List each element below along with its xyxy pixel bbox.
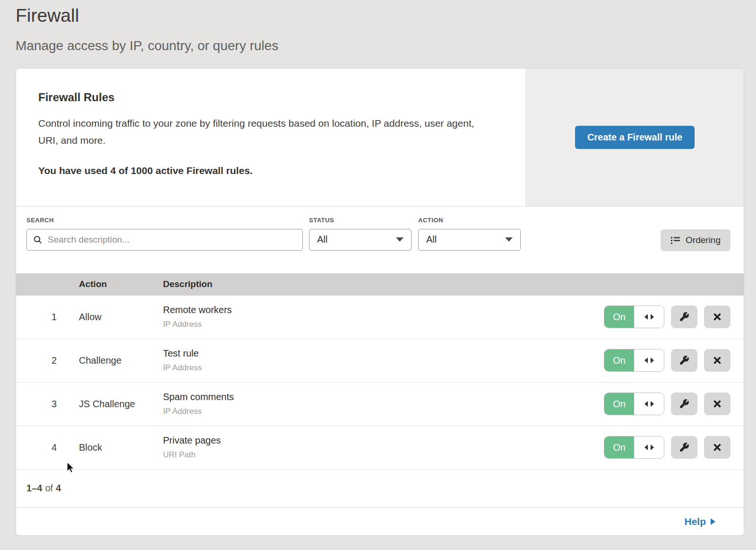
- rule-match-type: IP Address: [163, 320, 604, 329]
- chevron-down-icon: [505, 237, 513, 242]
- action-selected-value: All: [426, 234, 437, 245]
- rule-description: Spam comments: [163, 392, 604, 402]
- search-icon: [33, 235, 43, 244]
- section-description: Control incoming traffic to your zone by…: [38, 115, 487, 149]
- triangle-right-icon: [651, 401, 654, 407]
- rule-action: Challenge: [79, 355, 163, 366]
- status-filter-group: STATUS All: [309, 217, 412, 251]
- wrench-icon: [679, 355, 689, 366]
- table-row: 4 Block Private pages URI Path On: [16, 426, 744, 470]
- close-icon: [713, 443, 722, 452]
- rule-enabled-toggle[interactable]: On: [604, 393, 664, 415]
- search-label: SEARCH: [26, 217, 303, 224]
- search-box[interactable]: [26, 229, 303, 251]
- ordering-button-label: Ordering: [686, 235, 721, 245]
- wrench-icon: [679, 312, 689, 322]
- page-header: Firewall Manage access by IP, country, o…: [0, 0, 756, 53]
- wrench-icon: [679, 442, 689, 453]
- triangle-left-icon: [644, 314, 648, 320]
- action-select[interactable]: All: [418, 229, 521, 251]
- ordered-list-icon: [670, 236, 680, 245]
- edit-rule-button[interactable]: [671, 306, 697, 328]
- rule-priority: 4: [52, 442, 79, 453]
- table-row: 1 Allow Remote workers IP Address On: [16, 296, 744, 339]
- rule-action: Allow: [79, 312, 163, 323]
- rule-action: JS Challenge: [79, 399, 163, 410]
- rule-description: Private pages: [163, 435, 604, 446]
- status-label: STATUS: [309, 217, 412, 224]
- column-action: Action: [79, 279, 163, 289]
- triangle-left-icon: [644, 358, 648, 363]
- status-selected-value: All: [317, 234, 327, 245]
- pagination-total: 4: [56, 483, 61, 494]
- create-rule-panel: Create a Firewall rule: [525, 69, 744, 206]
- toggle-handle[interactable]: [634, 306, 664, 328]
- toggle-on-label: On: [604, 437, 634, 458]
- rule-match-type: IP Address: [163, 363, 604, 373]
- page-subtitle: Manage access by IP, country, or query r…: [16, 38, 756, 53]
- edit-rule-button[interactable]: [671, 349, 697, 372]
- rule-description-cell: Test rule IP Address: [163, 348, 604, 373]
- rule-action: Block: [79, 442, 163, 453]
- table-row: 3 JS Challenge Spam comments IP Address …: [16, 383, 744, 426]
- pagination: 1–4 of 4: [16, 470, 744, 508]
- wrench-icon: [679, 399, 689, 409]
- rule-description-cell: Remote workers IP Address: [163, 305, 604, 329]
- help-link[interactable]: Help: [684, 516, 715, 527]
- rule-controls: On: [604, 393, 730, 415]
- triangle-left-icon: [644, 401, 648, 407]
- pagination-of: of: [45, 483, 53, 494]
- rule-controls: On: [604, 436, 730, 459]
- section-heading: Firewall Rules: [38, 91, 517, 104]
- search-input[interactable]: [47, 234, 296, 245]
- rule-enabled-toggle[interactable]: On: [604, 436, 664, 459]
- edit-rule-button[interactable]: [671, 436, 697, 459]
- rule-priority: 3: [52, 399, 79, 410]
- toggle-on-label: On: [604, 349, 634, 371]
- filters-bar: SEARCH STATUS All ACTION All: [16, 207, 744, 273]
- search-filter-group: SEARCH: [26, 217, 303, 251]
- firewall-rules-card: Firewall Rules Control incoming traffic …: [16, 68, 744, 536]
- rule-description: Test rule: [163, 348, 604, 359]
- close-icon: [713, 399, 722, 409]
- close-icon: [713, 356, 722, 365]
- help-link-label: Help: [684, 516, 706, 527]
- rule-enabled-toggle[interactable]: On: [604, 349, 664, 372]
- rule-match-type: IP Address: [163, 407, 604, 416]
- rule-enabled-toggle[interactable]: On: [604, 306, 664, 328]
- toggle-handle[interactable]: [634, 437, 664, 458]
- rule-match-type: URI Path: [163, 450, 604, 460]
- toggle-on-label: On: [604, 306, 634, 328]
- status-select[interactable]: All: [309, 229, 412, 251]
- rule-controls: On: [604, 306, 730, 328]
- ordering-button[interactable]: Ordering: [661, 229, 730, 251]
- usage-note: You have used 4 of 1000 active Firewall …: [38, 165, 517, 176]
- card-footer: Help: [16, 508, 744, 535]
- rule-priority: 2: [52, 355, 79, 366]
- create-firewall-rule-button[interactable]: Create a Firewall rule: [575, 126, 695, 149]
- toggle-handle[interactable]: [634, 393, 664, 415]
- rule-description-cell: Private pages URI Path: [163, 435, 604, 460]
- action-filter-group: ACTION All: [418, 217, 521, 251]
- delete-rule-button[interactable]: [704, 436, 730, 459]
- triangle-right-icon: [651, 445, 654, 450]
- triangle-right-icon: [651, 314, 654, 320]
- delete-rule-button[interactable]: [704, 306, 730, 328]
- action-label: ACTION: [418, 217, 521, 224]
- table-header: Action Description: [16, 273, 744, 296]
- column-description: Description: [163, 279, 744, 289]
- edit-rule-button[interactable]: [671, 393, 697, 415]
- table-row: 2 Challenge Test rule IP Address On: [16, 339, 744, 383]
- page-title: Firewall: [16, 5, 756, 27]
- intro-section: Firewall Rules Control incoming traffic …: [16, 69, 744, 207]
- delete-rule-button[interactable]: [704, 393, 730, 415]
- rule-controls: On: [604, 349, 730, 372]
- rule-description: Remote workers: [163, 305, 604, 315]
- pagination-range: 1–4: [26, 483, 42, 494]
- rule-priority: 1: [52, 312, 79, 323]
- close-icon: [713, 312, 722, 322]
- delete-rule-button[interactable]: [704, 349, 730, 372]
- toggle-handle[interactable]: [634, 349, 664, 371]
- triangle-right-icon: [651, 358, 654, 363]
- toggle-on-label: On: [604, 393, 634, 415]
